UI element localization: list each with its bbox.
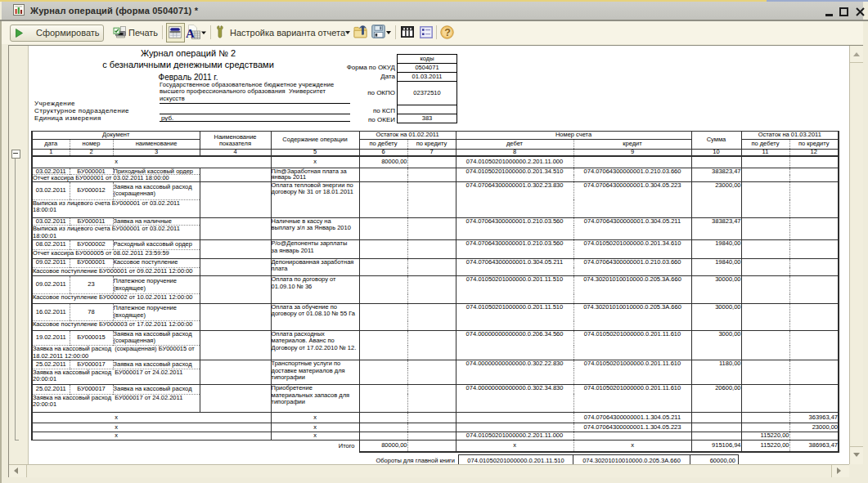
svg-text:A: A <box>186 27 195 40</box>
svg-text:?: ? <box>444 27 451 38</box>
